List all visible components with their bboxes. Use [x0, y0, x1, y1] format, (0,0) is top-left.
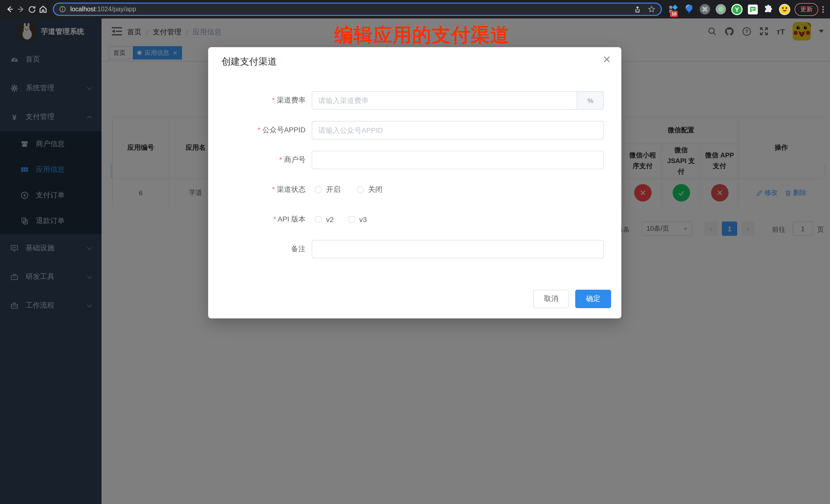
channel-rate-input[interactable] [312, 92, 577, 109]
close-icon[interactable]: ✕ [602, 54, 611, 65]
field-api-version: API 版本 v2 v3 [221, 210, 367, 229]
address-bar[interactable]: localhost:1024/pay/app [53, 3, 662, 16]
extension-balloon-icon[interactable] [683, 3, 695, 15]
svg-text:⌘: ⌘ [702, 6, 708, 13]
browser-update-button[interactable]: 更新 [795, 3, 818, 15]
browser-home-icon[interactable] [38, 3, 48, 16]
extensions-puzzle-icon[interactable] [762, 3, 775, 15]
browser-reload-icon[interactable] [28, 3, 36, 16]
field-merchant-no: 商户号 [221, 151, 604, 169]
radio-circle-icon [315, 216, 322, 223]
field-label: API 版本 [221, 215, 312, 224]
bookmark-star-icon[interactable] [647, 5, 656, 13]
url-path: :1024/pay/app [96, 6, 136, 13]
remark-input[interactable] [312, 241, 603, 258]
browser-back-icon[interactable] [5, 3, 14, 16]
radio-circle-icon [348, 216, 355, 223]
radio-circle-icon [357, 186, 364, 193]
radio-status-on[interactable]: 开启 [315, 185, 341, 194]
cancel-button[interactable]: 取消 [533, 290, 569, 308]
extension-dot-icon[interactable] [715, 3, 727, 15]
extension-command-icon[interactable]: ⌘ [699, 3, 711, 15]
extensions-row: 10 ⌘ Y [667, 3, 791, 15]
svg-text:Y: Y [735, 6, 738, 13]
extension-badge: 10 [670, 11, 678, 17]
confirm-button[interactable]: 确定 [575, 290, 611, 308]
radio-circle-icon [315, 186, 322, 193]
field-label: 商户号 [221, 155, 312, 165]
field-channel-status: 渠道状态 开启 关闭 [221, 181, 382, 199]
radio-label: 开启 [326, 185, 341, 194]
browser-forward-icon[interactable] [17, 3, 26, 16]
field-remark: 备注 [221, 240, 604, 258]
field-channel-rate: 渠道费率 % [221, 91, 604, 110]
extension-chat-icon[interactable] [746, 3, 759, 15]
radio-label: v2 [326, 215, 334, 224]
dialog-title: 创建支付渠道 [221, 55, 277, 68]
field-label: 备注 [221, 245, 312, 254]
radio-api-v3[interactable]: v3 [348, 215, 367, 224]
field-label: 公众号APPID [221, 126, 312, 135]
radio-label: v3 [359, 215, 367, 224]
site-info-icon[interactable] [59, 6, 66, 13]
profile-avatar-icon[interactable] [778, 3, 791, 15]
radio-label: 关闭 [368, 185, 382, 194]
radio-status-off[interactable]: 关闭 [357, 185, 382, 194]
appid-input[interactable] [312, 122, 603, 139]
url-host: localhost [70, 6, 96, 13]
screenshot-stage: localhost:1024/pay/app 10 ⌘ Y [0, 0, 830, 504]
annotation-text: 编辑应用的支付渠道 [334, 23, 510, 48]
extension-grid-icon[interactable]: 10 [667, 3, 679, 15]
create-pay-channel-dialog: 创建支付渠道 ✕ 渠道费率 % 公众号APPID 商户号 渠道状态 [208, 47, 621, 318]
percent-suffix: % [577, 92, 603, 109]
browser-menu-icon[interactable] [822, 6, 824, 12]
field-label: 渠道状态 [221, 185, 312, 194]
browser-toolbar: localhost:1024/pay/app 10 ⌘ Y [0, 0, 830, 19]
share-icon[interactable] [634, 5, 641, 13]
field-label: 渠道费率 [221, 96, 312, 105]
field-appid: 公众号APPID [221, 121, 604, 139]
extension-y-icon[interactable]: Y [731, 3, 743, 15]
radio-api-v2[interactable]: v2 [315, 215, 334, 224]
merchant-no-input[interactable] [312, 151, 603, 169]
